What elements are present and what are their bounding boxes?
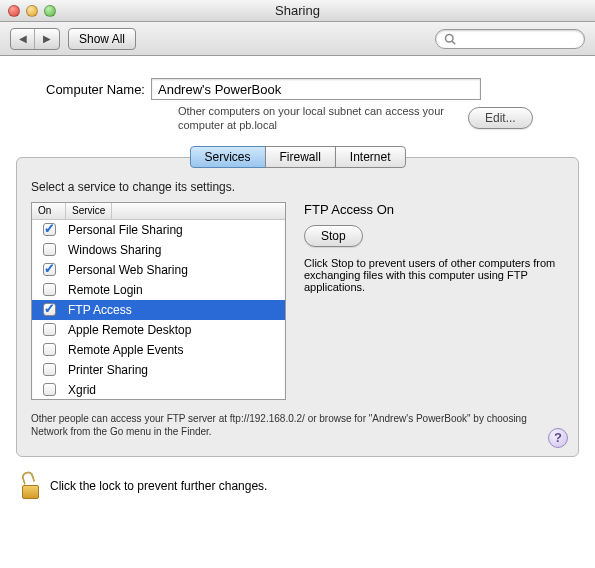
panel-footer-note: Other people can access your FTP server … [31,412,564,439]
service-row[interactable]: Remote Login [32,280,285,300]
tab-services[interactable]: Services [189,146,265,168]
detail-description: Click Stop to prevent users of other com… [304,257,564,293]
detail-title: FTP Access On [304,202,564,217]
tab-internet[interactable]: Internet [335,146,406,168]
service-name: Remote Login [66,283,143,297]
list-header: On Service [32,203,285,220]
service-name: Xgrid [66,383,96,397]
service-name: Personal Web Sharing [66,263,188,277]
service-checkbox[interactable] [43,263,56,276]
svg-line-1 [452,41,455,44]
lock-icon[interactable] [20,473,42,499]
lock-text: Click the lock to prevent further change… [50,479,267,493]
service-checkbox[interactable] [43,363,56,376]
window-title: Sharing [0,3,595,18]
search-icon [444,33,456,45]
titlebar: Sharing [0,0,595,22]
service-checkbox[interactable] [43,323,56,336]
service-name: Apple Remote Desktop [66,323,191,337]
service-row[interactable]: Apple Remote Desktop [32,320,285,340]
forward-button[interactable]: ▶ [35,29,59,49]
service-row[interactable]: Remote Apple Events [32,340,285,360]
tab-firewall[interactable]: Firewall [264,146,335,168]
computer-name-row: Computer Name: [46,78,579,100]
service-row[interactable]: Personal Web Sharing [32,260,285,280]
computer-name-label: Computer Name: [46,82,145,97]
panel-instruction: Select a service to change its settings. [31,180,564,194]
column-on[interactable]: On [32,203,66,219]
service-row[interactable]: Personal File Sharing [32,220,285,240]
computer-name-input[interactable] [151,78,481,100]
services-list[interactable]: On Service Personal File SharingWindows … [31,202,286,400]
service-row[interactable]: FTP Access [32,300,285,320]
service-row[interactable]: Printer Sharing [32,360,285,380]
service-checkbox[interactable] [43,303,56,316]
service-detail: FTP Access On Stop Click Stop to prevent… [304,202,564,400]
back-button[interactable]: ◀ [11,29,35,49]
service-checkbox[interactable] [43,243,56,256]
service-name: Printer Sharing [66,363,148,377]
column-service[interactable]: Service [66,203,112,219]
search-field[interactable] [435,29,585,49]
services-panel: Select a service to change its settings.… [16,157,579,457]
edit-button[interactable]: Edit... [468,107,533,129]
service-name: FTP Access [66,303,132,317]
computer-name-subtext: Other computers on your local subnet can… [178,104,458,133]
stop-button[interactable]: Stop [304,225,363,247]
service-name: Personal File Sharing [66,223,183,237]
lock-row: Click the lock to prevent further change… [20,473,575,499]
service-row[interactable]: Windows Sharing [32,240,285,260]
tab-bar: Services Firewall Internet [189,146,405,168]
service-checkbox[interactable] [43,223,56,236]
service-checkbox[interactable] [43,343,56,356]
service-name: Remote Apple Events [66,343,183,357]
service-name: Windows Sharing [66,243,161,257]
show-all-button[interactable]: Show All [68,28,136,50]
toolbar: ◀ ▶ Show All [0,22,595,56]
service-checkbox[interactable] [43,283,56,296]
svg-point-0 [446,34,454,42]
service-checkbox[interactable] [43,383,56,396]
help-button[interactable]: ? [548,428,568,448]
nav-buttons: ◀ ▶ [10,28,60,50]
service-row[interactable]: Xgrid [32,380,285,400]
